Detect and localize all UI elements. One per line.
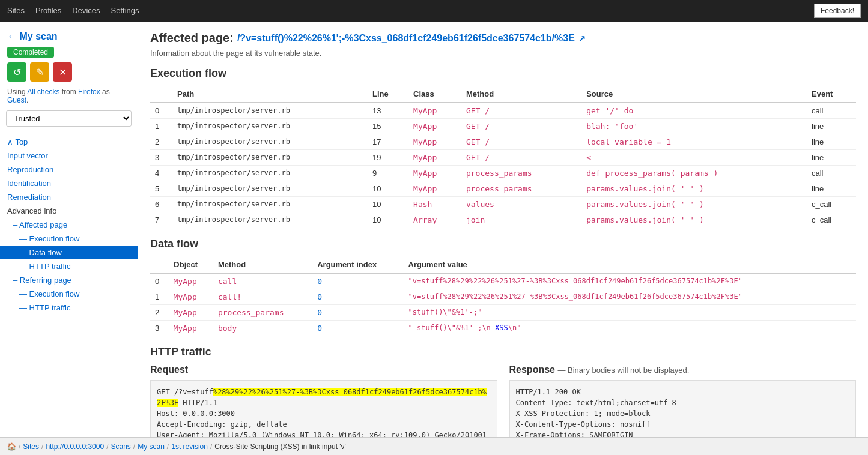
scan-title[interactable]: My scan — [0, 28, 138, 47]
df-col-object: Object — [169, 256, 213, 273]
ef-cell-source: < — [581, 150, 807, 166]
ef-cell-source: get '/' do — [581, 103, 807, 119]
sidebar-item-execution-flow-1[interactable]: — Execution flow — [0, 232, 138, 246]
ef-cell-method: process_params — [461, 166, 581, 181]
ef-cell-class: Array — [408, 212, 461, 228]
ef-cell-source: def process_params( params ) — [581, 166, 807, 181]
ef-cell-class: MyApp — [408, 166, 461, 181]
http-response-label: Response — Binary bodies will not be dis… — [509, 364, 857, 375]
ef-cell-source: params.values.join( ' ' ) — [581, 212, 807, 228]
df-col-method: Method — [213, 256, 312, 273]
firefox-link[interactable]: Firefox — [78, 88, 100, 96]
layout: My scan Completed ↺ ✎ ✕ Using All checks… — [0, 22, 868, 437]
delete-button[interactable]: ✕ — [53, 62, 72, 82]
df-cell-method: call! — [213, 289, 312, 305]
nav-profiles[interactable]: Profiles — [35, 0, 61, 22]
ef-cell-num: 6 — [150, 197, 172, 212]
ef-cell-num: 1 — [150, 119, 172, 134]
external-link-icon[interactable]: ↗ — [578, 34, 586, 43]
sidebar-item-identification[interactable]: Identification — [0, 176, 138, 190]
ef-cell-class: MyApp — [408, 134, 461, 150]
table-row: 0 MyApp call 0 "v=stuff%28%29%22%26%251%… — [150, 273, 856, 289]
table-row: 2 MyApp process_params 0 "stuff()\"&%1'-… — [150, 305, 856, 321]
table-row: 4 tmp/introspector/server.rb 9 MyApp pro… — [150, 166, 856, 181]
affected-page-url[interactable]: /?v=stuff()%22%26%1';-%3Cxss_068df1cf249… — [237, 33, 575, 44]
trusted-dropdown: Trusted Untrusted — [0, 110, 138, 133]
ef-cell-method: GET / — [461, 134, 581, 150]
df-cell-arg-index: 0 — [312, 321, 403, 336]
ef-cell-class: MyApp — [408, 150, 461, 166]
sidebar-item-input-vector[interactable]: Input vector — [0, 149, 138, 163]
df-col-arg-index: Argument index — [312, 256, 403, 273]
ef-cell-num: 7 — [150, 212, 172, 228]
status-badge: Completed — [7, 47, 54, 58]
df-cell-arg-index: 0 — [312, 305, 403, 321]
df-cell-object: MyApp — [169, 273, 213, 289]
ef-col-path: Path — [172, 86, 368, 103]
http-request-body: GET /?v=stuff%28%29%22%26%251%27-%3B%3Cx… — [150, 380, 497, 437]
df-cell-num: 0 — [150, 273, 169, 289]
edit-button[interactable]: ✎ — [30, 62, 49, 82]
ef-cell-event: line — [807, 119, 856, 134]
ef-cell-path: tmp/introspector/server.rb — [172, 181, 368, 197]
df-col-num — [150, 256, 169, 273]
page-subtext: Information about the page at its vulner… — [150, 49, 856, 58]
table-row: 1 MyApp call! 0 "v=stuff%28%29%22%26%251… — [150, 289, 856, 305]
sidebar-nav: ∧ Top Input vector Reproduction Identifi… — [0, 133, 138, 317]
ef-cell-line: 19 — [368, 150, 408, 166]
df-cell-object: MyApp — [169, 321, 213, 336]
nav-sites[interactable]: Sites — [7, 0, 25, 22]
sidebar-item-data-flow[interactable]: — Data flow — [0, 246, 138, 259]
ef-cell-line: 15 — [368, 119, 408, 134]
table-row: 7 tmp/introspector/server.rb 10 Array jo… — [150, 212, 856, 228]
sidebar-meta: Using All checks from Firefox as Guest. — [0, 88, 138, 110]
data-flow-table: Object Method Argument index Argument va… — [150, 256, 856, 336]
sidebar-icons: ↺ ✎ ✕ — [0, 62, 138, 88]
df-cell-arg-value: "v=stuff%28%29%22%26%251%27-%3B%3Cxss_06… — [404, 289, 856, 305]
ef-cell-source: params.values.join( ' ' ) — [581, 197, 807, 212]
ef-cell-num: 5 — [150, 181, 172, 197]
ef-col-source: Source — [581, 86, 807, 103]
sidebar-item-referring-page[interactable]: – Referring page — [0, 273, 138, 287]
sidebar-item-affected-page[interactable]: – Affected page — [0, 218, 138, 232]
page-heading-label: Affected page: — [150, 31, 234, 45]
ef-cell-line: 10 — [368, 181, 408, 197]
data-flow-title: Data flow — [150, 238, 856, 250]
ef-cell-event: line — [807, 134, 856, 150]
df-cell-object: MyApp — [169, 305, 213, 321]
sidebar-item-advanced-info[interactable]: Advanced info — [0, 204, 138, 218]
ef-cell-method: GET / — [461, 103, 581, 119]
table-row: 0 tmp/introspector/server.rb 13 MyApp GE… — [150, 103, 856, 119]
refresh-button[interactable]: ↺ — [7, 62, 26, 82]
http-response-col: Response — Binary bodies will not be dis… — [509, 364, 857, 437]
sidebar-item-reproduction[interactable]: Reproduction — [0, 163, 138, 176]
http-response-body: HTTP/1.1 200 OK Content-Type: text/html;… — [509, 380, 857, 437]
feedback-button[interactable]: Feedback! — [814, 4, 861, 18]
table-row: 3 MyApp body 0 " stuff()\"&%1'-;\n XSS\n… — [150, 321, 856, 336]
main-content: Affected page: /?v=stuff()%22%26%1';-%3C… — [138, 22, 868, 437]
guest-link[interactable]: Guest — [7, 96, 26, 104]
ef-cell-source: blah: 'foo' — [581, 119, 807, 134]
sidebar-item-http-traffic-1[interactable]: — HTTP traffic — [0, 259, 138, 273]
sidebar-item-execution-flow-2[interactable]: — Execution flow — [0, 287, 138, 301]
trust-select[interactable]: Trusted Untrusted — [6, 110, 132, 127]
ef-cell-event: c_call — [807, 212, 856, 228]
nav-devices[interactable]: Devices — [72, 0, 100, 22]
ef-cell-line: 10 — [368, 197, 408, 212]
df-cell-arg-index: 0 — [312, 289, 403, 305]
sidebar-item-top[interactable]: ∧ Top — [0, 135, 138, 149]
ef-cell-num: 4 — [150, 166, 172, 181]
ef-cell-class: Hash — [408, 197, 461, 212]
df-cell-arg-value: " stuff()\"&%1'-;\n XSS\n" — [404, 321, 856, 336]
ef-cell-line: 13 — [368, 103, 408, 119]
df-cell-method: call — [213, 273, 312, 289]
ef-cell-method: process_params — [461, 181, 581, 197]
sidebar-item-http-traffic-2[interactable]: — HTTP traffic — [0, 301, 138, 315]
ef-cell-line: 17 — [368, 134, 408, 150]
ef-cell-source: local_variable = 1 — [581, 134, 807, 150]
sidebar-item-remediation[interactable]: Remediation — [0, 190, 138, 204]
all-checks-link[interactable]: All checks — [27, 88, 59, 96]
ef-cell-path: tmp/introspector/server.rb — [172, 197, 368, 212]
ef-cell-source: params.values.join( ' ' ) — [581, 181, 807, 197]
nav-settings[interactable]: Settings — [111, 0, 139, 22]
